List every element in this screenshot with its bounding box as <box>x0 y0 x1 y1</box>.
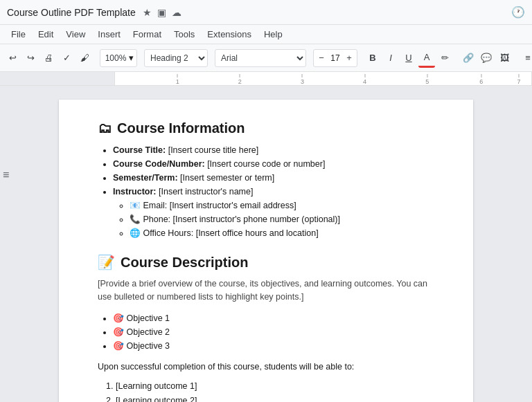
course-desc-text: [Provide a brief overview of the course,… <box>98 277 434 304</box>
zoom-value: 100% <box>103 53 128 63</box>
ruler: 1 2 3 4 5 6 7 <box>0 72 532 86</box>
globe-emoji: 🌐 <box>130 228 141 238</box>
instructor-value: [Insert instructor's name] <box>159 187 253 197</box>
ruler-markings: 1 2 3 4 5 6 7 <box>114 72 532 85</box>
page-area: ≡ 🗂 Course Information Course Title: [In… <box>0 86 532 402</box>
course-info-emoji: 🗂 <box>98 120 112 136</box>
drive-icon[interactable]: ▣ <box>157 7 166 18</box>
history-icon[interactable]: 🕐 <box>511 6 525 19</box>
sidebar-toggle[interactable]: ≡ <box>3 169 9 181</box>
course-code-label: Course Code/Number: <box>113 159 205 169</box>
underline-button[interactable]: U <box>400 48 417 68</box>
section-course-information: 🗂 Course Information Course Title: [Inse… <box>98 120 434 240</box>
list-item: 📧 Email: [Insert instructor's email addr… <box>130 199 434 212</box>
heading-course-description: 📝 Course Description <box>98 254 434 271</box>
zoom-arrow: ▾ <box>129 53 134 63</box>
list-item: Course Title: [Insert course title here] <box>113 143 434 157</box>
font-size-control: − 17 + <box>313 49 357 67</box>
print-button[interactable]: 🖨 <box>40 48 57 68</box>
list-item: 🎯 Objective 3 <box>113 339 434 353</box>
semester-value: [Insert semester or term] <box>180 173 274 183</box>
font-select[interactable]: Arial Times New Roman Courier New <box>215 49 306 67</box>
outcomes-list: [Learning outcome 1] [Learning outcome 2… <box>116 379 434 402</box>
redo-button[interactable]: ↪ <box>22 48 39 68</box>
text-color-button[interactable]: A <box>418 48 435 68</box>
menu-view[interactable]: View <box>60 27 91 42</box>
objectives-list: 🎯 Objective 1 🎯 Objective 2 🎯 Objective … <box>113 311 434 353</box>
menu-tools[interactable]: Tools <box>168 27 200 42</box>
list-item: Instructor: [Insert instructor's name] 📧… <box>113 185 434 240</box>
heading-style-select[interactable]: Heading 2 Normal text Heading 1 Heading … <box>144 49 208 67</box>
font-size-increase[interactable]: + <box>344 48 355 68</box>
list-item: Semester/Term: [Insert semester or term] <box>113 171 434 185</box>
doc-title: Course Outline PDF Template <box>7 7 136 18</box>
course-code-value: [Insert course code or number] <box>207 159 325 169</box>
zoom-control[interactable]: 100% ▾ <box>100 49 137 67</box>
cloud-icon[interactable]: ☁ <box>172 7 181 18</box>
spellcheck-button[interactable]: ✓ <box>58 48 75 68</box>
heading-course-information: 🗂 Course Information <box>98 120 434 136</box>
toolbar: ↩ ↪ 🖨 ✓ 🖌 100% ▾ Heading 2 Normal text H… <box>0 44 532 72</box>
section-course-description: 📝 Course Description [Provide a brief ov… <box>98 254 434 402</box>
menu-format[interactable]: Format <box>127 27 167 42</box>
course-title-value: [Insert course title here] <box>168 145 259 155</box>
obj1-emoji: 🎯 <box>113 313 124 323</box>
list-item: 🎯 Objective 1 <box>113 311 434 325</box>
list-item: [Learning outcome 2] <box>116 394 434 402</box>
bold-button[interactable]: B <box>364 48 381 68</box>
course-info-list: Course Title: [Insert course title here]… <box>113 143 434 240</box>
font-size-decrease[interactable]: − <box>316 48 327 68</box>
link-button[interactable]: 🔗 <box>460 48 477 68</box>
course-desc-emoji: 📝 <box>98 254 115 271</box>
outcome-intro-text: Upon successful completion of this cours… <box>98 360 434 374</box>
list-item: 📞 Phone: [Insert instructor's phone numb… <box>130 212 434 226</box>
list-item: 🎯 Objective 2 <box>113 325 434 339</box>
email-emoji: 📧 <box>130 201 141 210</box>
instructor-sub-list: 📧 Email: [Insert instructor's email addr… <box>130 199 434 240</box>
comment-button[interactable]: 💬 <box>478 48 495 68</box>
image-button[interactable]: 🖼 <box>496 48 513 68</box>
semester-label: Semester/Term: <box>113 173 178 183</box>
phone-emoji: 📞 <box>130 214 141 224</box>
list-item: Course Code/Number: [Insert course code … <box>113 157 434 171</box>
list-item: [Learning outcome 1] <box>116 379 434 394</box>
undo-button[interactable]: ↩ <box>4 48 21 68</box>
highlight-button[interactable]: ✏ <box>436 48 453 68</box>
list-item: 🌐 Office Hours: [Insert office hours and… <box>130 226 434 240</box>
instructor-label: Instructor: <box>113 187 157 197</box>
course-title-label: Course Title: <box>113 145 166 155</box>
title-bar: Course Outline PDF Template ★ ▣ ☁ 🕐 <box>0 0 532 25</box>
obj3-emoji: 🎯 <box>113 341 124 351</box>
star-icon[interactable]: ★ <box>143 7 152 18</box>
menu-help[interactable]: Help <box>258 27 288 42</box>
obj2-emoji: 🎯 <box>113 327 124 337</box>
menu-extensions[interactable]: Extensions <box>202 27 257 42</box>
document-page: 🗂 Course Information Course Title: [Inse… <box>59 100 473 402</box>
menu-edit[interactable]: Edit <box>33 27 59 42</box>
menu-file[interactable]: File <box>6 27 31 42</box>
menu-bar: File Edit View Insert Format Tools Exten… <box>0 25 532 44</box>
menu-insert[interactable]: Insert <box>92 27 126 42</box>
course-desc-heading-text: Course Description <box>121 255 248 271</box>
italic-button[interactable]: I <box>382 48 399 68</box>
course-info-heading-text: Course Information <box>117 120 245 136</box>
align-button[interactable]: ≡ <box>520 48 532 68</box>
paint-format-button[interactable]: 🖌 <box>76 48 93 68</box>
font-size-value: 17 <box>327 53 344 63</box>
